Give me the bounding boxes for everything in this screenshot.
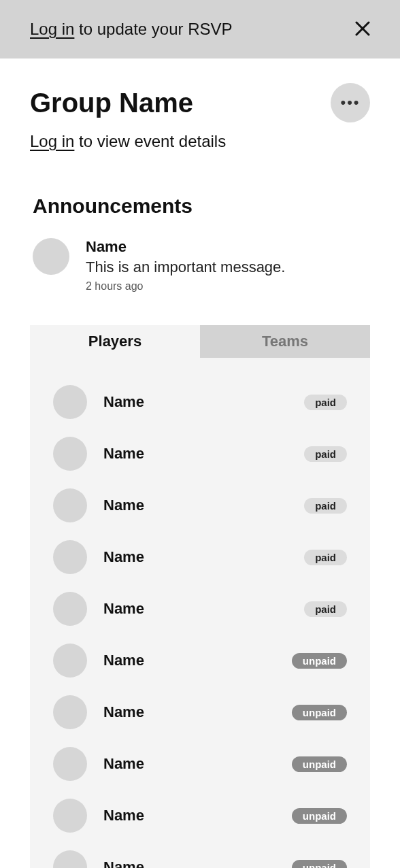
avatar <box>53 695 87 729</box>
avatar <box>53 488 87 522</box>
player-left: Name <box>53 799 144 833</box>
player-name: Name <box>103 703 144 721</box>
subheader-rest: to view event details <box>74 132 226 150</box>
status-badge: unpaid <box>292 808 347 824</box>
announcements-section: Announcements Name This is an important … <box>30 195 370 293</box>
player-name: Name <box>103 600 144 618</box>
announcement-item: Name This is an important message. 2 hou… <box>33 238 370 293</box>
rsvp-banner: Log in to update your RSVP <box>0 0 400 59</box>
player-row[interactable]: Namepaid <box>53 385 347 419</box>
player-row[interactable]: Namepaid <box>53 437 347 471</box>
group-title: Group Name <box>30 88 193 118</box>
player-row[interactable]: Nameunpaid <box>53 695 347 729</box>
status-badge: paid <box>304 601 347 617</box>
player-row[interactable]: Nameunpaid <box>53 850 347 868</box>
close-x-icon <box>355 21 370 36</box>
main-content: Group Name ••• Log in to view event deta… <box>0 59 400 868</box>
player-left: Name <box>53 850 144 868</box>
player-left: Name <box>53 488 144 522</box>
status-badge: paid <box>304 550 347 565</box>
player-name: Name <box>103 858 144 868</box>
avatar <box>53 850 87 868</box>
status-badge: unpaid <box>292 756 347 772</box>
status-badge: unpaid <box>292 860 347 869</box>
status-badge: paid <box>304 395 347 410</box>
player-left: Name <box>53 437 144 471</box>
player-left: Name <box>53 695 144 729</box>
player-row[interactable]: Nameunpaid <box>53 644 347 678</box>
avatar <box>53 437 87 471</box>
avatar <box>53 747 87 781</box>
announcement-time: 2 hours ago <box>86 280 285 293</box>
player-name: Name <box>103 548 144 566</box>
player-row[interactable]: Namepaid <box>53 488 347 522</box>
header-row: Group Name ••• <box>30 83 370 122</box>
login-link[interactable]: Log in <box>30 132 74 150</box>
player-left: Name <box>53 644 144 678</box>
player-left: Name <box>53 385 144 419</box>
player-name: Name <box>103 652 144 669</box>
player-name: Name <box>103 807 144 824</box>
login-link[interactable]: Log in <box>30 20 74 38</box>
player-left: Name <box>53 747 144 781</box>
status-badge: unpaid <box>292 653 347 669</box>
player-name: Name <box>103 393 144 411</box>
announcement-message: This is an important message. <box>86 258 285 276</box>
avatar <box>33 238 69 275</box>
more-button[interactable]: ••• <box>331 83 370 122</box>
avatar <box>53 644 87 678</box>
announcement-name: Name <box>86 238 285 256</box>
players-list: NamepaidNamepaidNamepaidNamepaidNamepaid… <box>30 358 370 868</box>
player-row[interactable]: Namepaid <box>53 592 347 626</box>
banner-rest: to update your RSVP <box>74 20 232 38</box>
player-row[interactable]: Nameunpaid <box>53 747 347 781</box>
subheader: Log in to view event details <box>30 132 370 151</box>
player-row[interactable]: Namepaid <box>53 540 347 574</box>
status-badge: paid <box>304 498 347 514</box>
tab-card: Players Teams NamepaidNamepaidNamepaidNa… <box>30 325 370 868</box>
player-name: Name <box>103 497 144 514</box>
player-row[interactable]: Nameunpaid <box>53 799 347 833</box>
announcements-title: Announcements <box>33 195 370 218</box>
more-icon: ••• <box>340 94 360 112</box>
announcement-body: Name This is an important message. 2 hou… <box>86 238 285 293</box>
tabs: Players Teams <box>30 325 370 358</box>
player-left: Name <box>53 592 144 626</box>
status-badge: unpaid <box>292 705 347 720</box>
tab-teams[interactable]: Teams <box>200 325 370 358</box>
player-left: Name <box>53 540 144 574</box>
avatar <box>53 799 87 833</box>
tab-players[interactable]: Players <box>30 325 200 358</box>
avatar <box>53 540 87 574</box>
player-name: Name <box>103 445 144 463</box>
avatar <box>53 592 87 626</box>
player-name: Name <box>103 755 144 773</box>
avatar <box>53 385 87 419</box>
status-badge: paid <box>304 446 347 462</box>
close-icon[interactable] <box>355 19 370 39</box>
banner-text: Log in to update your RSVP <box>30 20 233 39</box>
